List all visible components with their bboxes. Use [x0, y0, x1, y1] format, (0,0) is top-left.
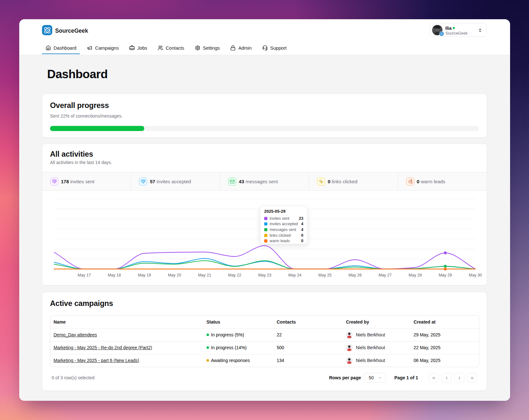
- svg-text:May 23: May 23: [258, 273, 271, 277]
- svg-text:May 21: May 21: [198, 273, 211, 277]
- svg-text:May 18: May 18: [108, 273, 121, 277]
- svg-text:May 28: May 28: [409, 273, 422, 277]
- svg-text:May 22: May 22: [228, 273, 241, 277]
- svg-text:May 19: May 19: [138, 273, 151, 277]
- svg-text:May 30: May 30: [469, 273, 482, 277]
- svg-text:May 27: May 27: [379, 273, 392, 277]
- svg-text:May 25: May 25: [318, 273, 332, 277]
- svg-text:May 24: May 24: [288, 273, 301, 277]
- svg-text:May 26: May 26: [348, 273, 362, 277]
- svg-text:May 29: May 29: [439, 273, 452, 277]
- svg-text:May 17: May 17: [78, 273, 91, 277]
- svg-text:May 20: May 20: [168, 273, 181, 277]
